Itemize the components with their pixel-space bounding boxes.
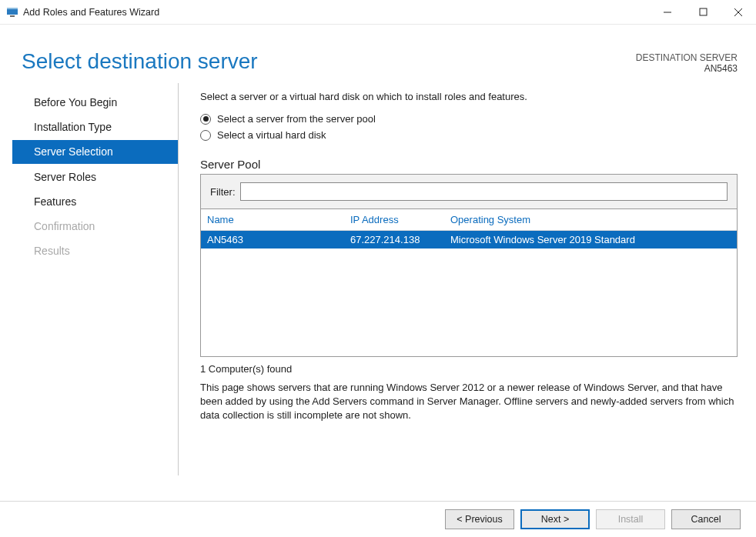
count-text: 1 Computer(s) found <box>200 363 738 375</box>
minimize-button[interactable] <box>650 0 685 24</box>
install-button: Install <box>596 509 665 529</box>
sidebar-item-installation-type[interactable]: Installation Type <box>0 115 178 138</box>
destination-label: DESTINATION SERVER <box>636 52 738 63</box>
cell-os: Microsoft Windows Server 2019 Standard <box>450 234 731 245</box>
svg-rect-4 <box>700 8 707 15</box>
radio-virtual-hard-disk[interactable]: Select a virtual hard disk <box>200 129 738 141</box>
server-table: Name IP Address Operating System AN5463 … <box>200 209 738 357</box>
sidebar-item-confirmation: Confirmation <box>0 215 178 238</box>
main: Before You Begin Installation Type Serve… <box>0 83 756 475</box>
radio-label: Select a server from the server pool <box>217 113 376 125</box>
column-os[interactable]: Operating System <box>450 214 731 225</box>
sidebar-item-server-selection[interactable]: Server Selection <box>12 140 178 163</box>
sidebar-item-results: Results <box>0 239 178 262</box>
previous-button[interactable]: < Previous <box>445 509 514 529</box>
filter-label: Filter: <box>210 186 236 198</box>
header: Select destination server DESTINATION SE… <box>0 25 756 83</box>
filter-input[interactable] <box>240 182 728 201</box>
destination-info: DESTINATION SERVER AN5463 <box>636 49 738 74</box>
column-ip[interactable]: IP Address <box>350 214 450 225</box>
cell-name: AN5463 <box>207 234 350 245</box>
next-button[interactable]: Next > <box>520 509 590 529</box>
svg-rect-2 <box>10 15 15 17</box>
window-title: Add Roles and Features Wizard <box>23 7 159 18</box>
radio-label: Select a virtual hard disk <box>217 129 326 141</box>
sidebar-item-server-roles[interactable]: Server Roles <box>0 165 178 188</box>
svg-rect-1 <box>7 8 18 9</box>
sidebar: Before You Begin Installation Type Serve… <box>0 83 179 475</box>
radio-server-pool[interactable]: Select a server from the server pool <box>200 113 738 125</box>
close-button[interactable] <box>721 0 756 24</box>
cell-ip: 67.227.214.138 <box>350 234 450 245</box>
column-name[interactable]: Name <box>207 214 350 225</box>
titlebar: Add Roles and Features Wizard <box>0 0 756 25</box>
filter-bar: Filter: <box>200 174 738 209</box>
table-header: Name IP Address Operating System <box>201 209 737 231</box>
cancel-button[interactable]: Cancel <box>671 509 741 529</box>
content: Select a server or a virtual hard disk o… <box>179 83 738 475</box>
help-text: This page shows servers that are running… <box>200 381 738 423</box>
page-title: Select destination server <box>22 49 258 74</box>
app-icon <box>6 6 18 18</box>
sidebar-item-before-you-begin[interactable]: Before You Begin <box>0 91 178 114</box>
radio-icon <box>200 130 211 141</box>
sidebar-item-features[interactable]: Features <box>0 190 178 213</box>
footer: < Previous Next > Install Cancel <box>0 501 756 537</box>
destination-name: AN5463 <box>636 63 738 74</box>
table-row[interactable]: AN5463 67.227.214.138 Microsoft Windows … <box>201 231 737 248</box>
window-controls <box>650 0 756 24</box>
intro-text: Select a server or a virtual hard disk o… <box>200 91 738 102</box>
server-pool-label: Server Pool <box>200 158 738 171</box>
radio-icon <box>200 114 211 125</box>
maximize-button[interactable] <box>685 0 721 24</box>
